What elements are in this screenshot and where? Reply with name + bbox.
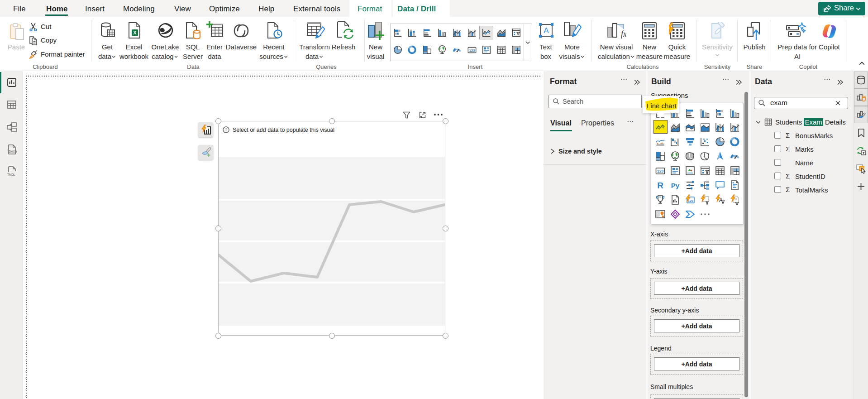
svg-text:123: 123 bbox=[469, 48, 476, 53]
svg-text:X: X bbox=[133, 30, 137, 35]
svg-text:A: A bbox=[544, 26, 549, 35]
svg-text:DAX: DAX bbox=[9, 150, 15, 153]
svg-text:TMDL: TMDL bbox=[7, 173, 15, 176]
svg-text:Py: Py bbox=[671, 182, 680, 189]
svg-text:fx: fx bbox=[621, 29, 626, 38]
svg-text:R: R bbox=[657, 181, 663, 190]
svg-text:123: 123 bbox=[657, 169, 663, 173]
